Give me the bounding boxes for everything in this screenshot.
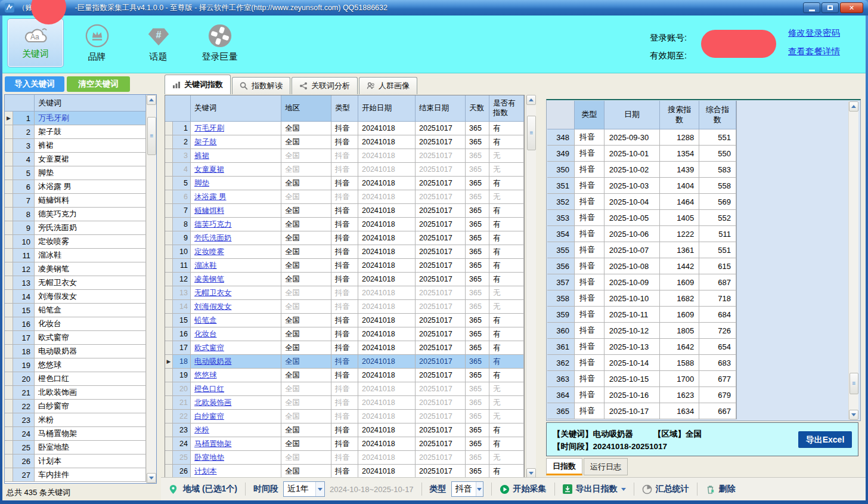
keyword-link[interactable]: 北欧装饰画 — [194, 398, 232, 408]
keyword-link[interactable]: 架子鼓 — [194, 137, 217, 147]
tab-related-words[interactable]: 关联词分析 — [292, 77, 358, 94]
close-button[interactable]: ✕ — [840, 2, 863, 13]
list-item[interactable]: ▶ 17 欧式窗帘 — [5, 331, 146, 345]
table-row[interactable]: ▶ 25 卧室地垫 全国 抖音 20241018 20251017 365 无 — [165, 451, 524, 465]
type-select[interactable]: 抖音 — [451, 481, 483, 497]
scrollbar-thumb[interactable]: ≡ — [850, 373, 858, 394]
tab-daily-index[interactable]: 日指数 — [546, 458, 582, 475]
keyword-link[interactable]: 橙色口红 — [194, 384, 224, 394]
list-item[interactable]: ▶ 15 铅笔盒 — [5, 304, 146, 317]
import-keywords-button[interactable]: 导入关键词 — [5, 76, 64, 92]
keyword-link[interactable]: 电动吸奶器 — [194, 357, 232, 367]
keyword-link[interactable]: 马桶置物架 — [194, 439, 232, 449]
right-scrollbar[interactable]: ≡ — [848, 101, 858, 420]
col-type[interactable]: 类型 — [575, 101, 604, 129]
table-row[interactable]: 352 抖音 2025-10-04 1464 569 — [547, 194, 736, 210]
list-item[interactable]: ▶ 14 刘海假发女 — [5, 290, 146, 304]
table-row[interactable]: ▶ 6 沐浴露 男 全国 抖音 20241018 20251017 365 无 — [165, 190, 524, 204]
table-row[interactable]: ▶ 8 德芙巧克力 全国 抖音 20241018 20251017 365 有 — [165, 218, 524, 231]
clear-keywords-button[interactable]: 清空关键词 — [67, 76, 130, 92]
col-days[interactable]: 天数 — [466, 95, 489, 122]
table-row[interactable]: ▶ 7 鲢鳙饵料 全国 抖音 20241018 20251017 365 有 — [165, 204, 524, 218]
tab-keyword-index[interactable]: 关键词指数 — [165, 75, 231, 94]
keyword-link[interactable]: 白纱窗帘 — [194, 412, 224, 422]
scroll-up-button[interactable] — [526, 95, 536, 105]
list-item[interactable]: ▶ 12 凌美钢笔 — [5, 262, 146, 276]
table-row[interactable]: ▶ 11 溜冰鞋 全国 抖音 20241018 20251017 365 有 — [165, 259, 524, 273]
table-row[interactable]: 365 抖音 2025-10-17 1634 667 — [547, 403, 736, 419]
scroll-up-button[interactable] — [849, 101, 858, 112]
sidebar-scrollbar[interactable]: ≡ — [146, 95, 156, 483]
table-row[interactable]: ▶ 26 计划本 全国 抖音 20241018 20251017 365 有 — [165, 465, 524, 478]
keyword-link[interactable]: 溜冰鞋 — [194, 261, 217, 271]
scrollbar-thumb[interactable]: ≡ — [527, 116, 536, 150]
list-item[interactable]: ▶ 22 白纱窗帘 — [5, 400, 146, 413]
table-row[interactable]: 363 抖音 2025-10-15 1700 677 — [547, 371, 736, 387]
minimize-button[interactable] — [803, 2, 820, 13]
start-collect-button[interactable]: 开始采集 — [500, 484, 547, 494]
table-row[interactable]: ▶ 19 悠悠球 全国 抖音 20241018 20251017 365 有 — [165, 369, 524, 382]
list-item[interactable]: ▶ 21 北欧装饰画 — [5, 386, 146, 400]
table-row[interactable]: 359 抖音 2025-10-11 1609 684 — [547, 307, 736, 323]
col-date[interactable]: 日期 — [604, 101, 661, 129]
nav-topic[interactable]: # 话题 — [130, 18, 187, 67]
table-row[interactable]: 358 抖音 2025-10-10 1682 718 — [547, 290, 736, 307]
list-item[interactable]: ▶ 9 旁氏洗面奶 — [5, 221, 146, 235]
keyword-link[interactable]: 米粉 — [194, 425, 209, 435]
table-row[interactable]: ▶ 16 化妆台 全国 抖音 20241018 20251017 365 有 — [165, 327, 524, 341]
scroll-up-button[interactable] — [147, 95, 156, 105]
keyword-link[interactable]: 定妆喷雾 — [194, 247, 224, 257]
list-item[interactable]: ▶ 11 溜冰鞋 — [5, 249, 146, 262]
keyword-link[interactable]: 计划本 — [194, 466, 217, 477]
nav-keywords[interactable]: Aa 关键词 — [7, 18, 64, 67]
scroll-down-button[interactable] — [849, 410, 858, 420]
table-row[interactable]: 353 抖音 2025-10-05 1405 552 — [547, 210, 736, 226]
tab-run-log[interactable]: 运行日志 — [584, 458, 628, 475]
table-row[interactable]: ▶ 1 万毛牙刷 全国 抖音 20241018 20251017 365 有 — [165, 122, 524, 135]
keyword-link[interactable]: 旁氏洗面奶 — [194, 233, 232, 243]
table-row[interactable]: ▶ 15 铅笔盒 全国 抖音 20241018 20251017 365 有 — [165, 314, 524, 327]
maximize-button[interactable] — [822, 2, 839, 13]
keyword-link[interactable]: 万毛牙刷 — [194, 123, 224, 134]
col-region[interactable]: 地区 — [281, 95, 331, 122]
table-row[interactable]: 351 抖音 2025-10-03 1404 558 — [547, 178, 736, 194]
table-row[interactable]: ▶ 22 白纱窗帘 全国 抖音 20241018 20251017 365 无 — [165, 410, 524, 423]
table-row[interactable]: ▶ 14 刘海假发女 全国 抖音 20241018 20251017 365 无 — [165, 300, 524, 314]
table-row[interactable]: 357 抖音 2025-10-09 1609 687 — [547, 274, 736, 290]
table-row[interactable]: 362 抖音 2025-10-14 1588 683 — [547, 355, 736, 371]
export-daily-index-button[interactable]: 导出日指数 — [563, 484, 626, 494]
list-item[interactable]: ▶ 27 车内挂件 — [5, 468, 146, 482]
table-row[interactable]: 360 抖音 2025-10-12 1805 726 — [547, 323, 736, 339]
list-item[interactable]: ▶ 26 计划本 — [5, 454, 146, 468]
list-item[interactable]: ▶ 2 架子鼓 — [5, 125, 146, 139]
period-select[interactable]: 近1年 — [283, 481, 325, 497]
table-row[interactable]: ▶ 21 北欧装饰画 全国 抖音 20241018 20251017 365 无 — [165, 396, 524, 410]
list-item[interactable]: ▶ 8 德芙巧克力 — [5, 208, 146, 221]
chevron-down-icon[interactable] — [476, 482, 483, 496]
keyword-link[interactable]: 裤裙 — [194, 151, 209, 161]
list-item[interactable]: ▶ 6 沐浴露 男 — [5, 180, 146, 194]
nav-brand[interactable]: 品牌 — [69, 18, 125, 67]
keyword-link[interactable]: 凌美钢笔 — [194, 274, 224, 285]
col-search-index[interactable]: 搜索指数 — [660, 101, 699, 129]
table-row[interactable]: ▶ 5 脚垫 全国 抖音 20241018 20251017 365 有 — [165, 177, 524, 190]
keyword-link[interactable]: 德芙巧克力 — [194, 219, 232, 230]
table-row[interactable]: ▶ 24 马桶置物架 全国 抖音 20241018 20251017 365 有 — [165, 437, 524, 451]
table-row[interactable]: 348 抖音 2025-09-30 1288 551 — [547, 129, 736, 146]
keyword-link[interactable]: 欧式窗帘 — [194, 343, 224, 353]
center-scrollbar[interactable]: ≡ — [526, 95, 536, 478]
table-row[interactable]: 350 抖音 2025-10-02 1439 583 — [547, 162, 736, 178]
table-row[interactable]: 349 抖音 2025-10-01 1354 550 — [547, 146, 736, 162]
table-row[interactable]: ▶ 13 无帽卫衣女 全国 抖音 20241018 20251017 365 无 — [165, 286, 524, 300]
table-row[interactable]: 364 抖音 2025-10-16 1623 679 — [547, 387, 736, 403]
list-item[interactable]: ▶ 10 定妆喷雾 — [5, 235, 146, 249]
table-row[interactable]: 356 抖音 2025-10-08 1442 615 — [547, 258, 736, 274]
list-item[interactable]: ▶ 23 米粉 — [5, 413, 146, 427]
tab-audience-portrait[interactable]: 人群画像 — [359, 77, 417, 94]
table-row[interactable]: 355 抖音 2025-10-07 1361 551 — [547, 242, 736, 258]
list-item[interactable]: ▶ 19 悠悠球 — [5, 358, 146, 372]
list-item[interactable]: ▶ 4 女童夏裙 — [5, 153, 146, 166]
list-item[interactable]: ▶ 5 脚垫 — [5, 166, 146, 180]
keyword-link[interactable]: 无帽卫衣女 — [194, 288, 232, 298]
delete-button[interactable]: 删除 — [705, 484, 736, 494]
